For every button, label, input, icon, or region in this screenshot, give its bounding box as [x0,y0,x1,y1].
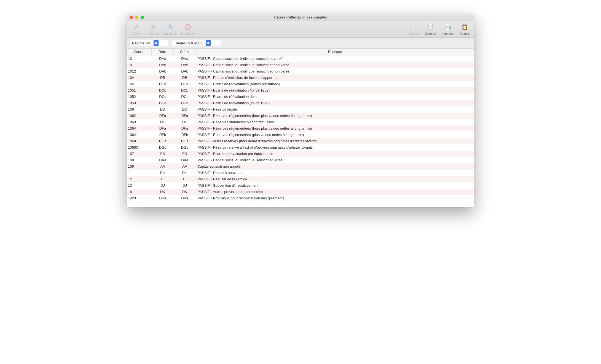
cell-classe: 109 [127,164,152,168]
table-row[interactable]: 109AAAACapital souscrit non appelé [127,163,474,170]
cell-classe: 1063 [127,120,152,124]
cell-credit: DFb [174,133,196,137]
cell-debit: DCd [152,101,174,105]
table-row[interactable]: 1012DAbDAbPASSIF - Capital social ou ind… [127,68,474,74]
cell-classe: 106 [127,107,152,111]
col-header-classe[interactable]: Classe [127,49,152,55]
cell-debit: EK [152,152,174,156]
cell-rubrique: PASSIF - Autres provisions réglementées [196,190,474,194]
cell-rubrique: PASSIF - Autres réserves (hors achat d'œ… [196,139,474,143]
cell-rubrique: PASSIF - Provisions pour reconstitution … [196,196,474,200]
table-row[interactable]: 14DKDKPASSIF - Autres provisions régleme… [127,189,474,195]
table-row[interactable]: 1053DCdDCdPASSIF - Ecarts de réévaluatio… [127,100,474,106]
ruleset-select-value: Règles COGILOG [172,41,206,45]
table-row[interactable]: 12DIDIPASSIF - Résultat de l'exercice [127,176,474,182]
cell-rubrique: PASSIF - Primes d'émission, de fusion, d… [196,76,474,80]
ruleset-select[interactable]: Règles COGILOG [172,40,221,46]
cell-rubrique: PASSIF - Ecarts de réévaluation libres [196,95,474,99]
cell-credit: DCd [174,101,196,105]
rules-table: Classe Débit Crédit Rubrique 10DAaDAaPAS… [127,49,474,207]
ouvrir-button[interactable]: Ouvrir [129,22,143,36]
cell-debit: DCb [152,88,174,92]
window-title: Règles d'affectation des comptes [127,15,474,19]
cell-rubrique: PASSIF - Réserve relative à l'achat d'œu… [196,145,474,149]
col-header-debit[interactable]: Débit [152,49,174,55]
cell-rubrique: PASSIF - Résultat de l'exercice [196,177,474,181]
table-row[interactable]: 1062DFaDFaPASSIF - Réserves réglementées… [127,113,474,119]
svg-rect-14 [463,26,466,29]
toolbar-item-label: Dupliquer [164,32,177,35]
minimize-button[interactable] [135,16,138,19]
cell-classe: 108 [127,158,152,162]
cell-classe: 1068 [127,139,152,143]
cell-rubrique: PASSIF - Report à nouveau [196,171,474,175]
table-row[interactable]: 10DAaDAaPASSIF - Capital social ou indiv… [127,55,474,62]
plus-dup-icon [166,23,175,31]
printer-icon [443,23,452,31]
cell-credit: DGb [174,145,196,149]
regime-select[interactable]: Régime BIC [130,40,168,46]
table-row[interactable]: 1011DAbDAbPASSIF - Capital social ou ind… [127,62,474,68]
importer-button[interactable]: Importer [406,22,421,36]
col-header-credit[interactable]: Crédit [174,49,196,55]
cell-credit: DAa [174,158,196,162]
table-row[interactable]: 1068DGaDGaPASSIF - Autres réserves (hors… [127,138,474,144]
table-row[interactable]: 10641DFbDFbPASSIF - Réserves réglementée… [127,132,474,138]
dupliquer-button[interactable]: Dupliquer [163,22,178,36]
table-row[interactable]: 105DCaDCaPASSIF - Ecarts de réévaluation… [127,81,474,87]
exporter-button[interactable]: Exporter [423,22,438,36]
cell-debit: DI [152,177,174,181]
cell-credit: DAb [174,63,196,67]
table-row[interactable]: 1052DCcDCcPASSIF - Ecarts de réévaluatio… [127,93,474,100]
regime-select-value: Régime BIC [130,41,154,45]
col-header-rubrique[interactable]: Rubrique [196,49,474,55]
supprimer-button[interactable]: Supprimer [180,22,195,36]
table-row[interactable]: 106DDDDPASSIF - Réserve légale [127,106,474,113]
toolbar-item-label: Copier [460,32,469,35]
cell-credit: AA [174,164,196,168]
toolbar-item-label: Ouvrir [132,32,140,35]
table-row[interactable]: 108DAaDAaPASSIF - Capital social ou indi… [127,157,474,163]
cell-classe: 107 [127,152,152,156]
cell-classe: 11 [127,171,152,175]
copier-button[interactable]: Copier [458,22,472,36]
cell-classe: 12 [127,177,152,181]
cell-classe: 1051 [127,88,152,92]
clipboard-icon [460,23,469,31]
imprimer-button[interactable]: Imprimer [441,22,455,36]
cell-classe: 10641 [127,133,152,137]
close-button[interactable] [130,16,133,19]
cell-debit: DB [152,76,174,80]
svg-rect-2 [412,24,415,30]
stepper-arrows-icon [154,40,159,46]
cell-rubrique: PASSIF - Subvention d'investissement [196,183,474,188]
table-row[interactable]: 1063DEDEPASSIF - Réserves statutaires ou… [127,119,474,125]
table-row[interactable]: 13DJDJPASSIF - Subvention d'investisseme… [127,182,474,189]
svg-rect-12 [446,28,449,30]
table-row[interactable]: 10683DGbDGbPASSIF - Réserve relative à l… [127,144,474,151]
cell-credit: DKa [174,196,196,200]
ajouter-button[interactable]: Ajouter [146,22,160,36]
cell-credit: DGa [174,139,196,143]
cell-credit: EK [174,152,196,156]
cell-rubrique: PASSIF - Ecart de réévaluation par équiv… [196,152,474,156]
cell-rubrique: PASSIF - Réserve légale [196,107,474,111]
table-body: 10DAaDAaPASSIF - Capital social ou indiv… [127,55,474,201]
cell-rubrique: PASSIF - Réserves réglementées (plus val… [196,133,474,137]
cell-classe: 1053 [127,101,152,105]
cell-debit: DFa [152,126,174,130]
table-row[interactable]: 1064DFaDFaPASSIF - Réserves réglementées… [127,125,474,132]
cell-rubrique: PASSIF - Réserves réglementées (hors plu… [196,126,474,130]
table-row[interactable]: 1423DKaDKaPASSIF - Provisions pour recon… [127,195,474,201]
cell-classe: 1062 [127,114,152,118]
table-row[interactable]: 11DHDHPASSIF - Report à nouveau [127,170,474,176]
cell-debit: DGa [152,139,174,143]
table-row[interactable]: 1051DCbDCbPASSIF - Ecarts de réévaluatio… [127,87,474,93]
table-row[interactable]: 107EKEKPASSIF - Ecart de réévaluation pa… [127,151,474,157]
window: Règles d'affectation des comptes Ouvrir … [127,14,474,207]
toolbar: Ouvrir Ajouter Dupliquer [127,21,474,38]
table-row[interactable]: 104DBDBPASSIF - Primes d'émission, de fu… [127,74,474,81]
cell-rubrique: PASSIF - Capital social ou individuel so… [196,57,474,61]
zoom-button[interactable] [141,16,144,19]
cell-rubrique: PASSIF - Ecarts de réévaluation (loi de … [196,101,474,105]
